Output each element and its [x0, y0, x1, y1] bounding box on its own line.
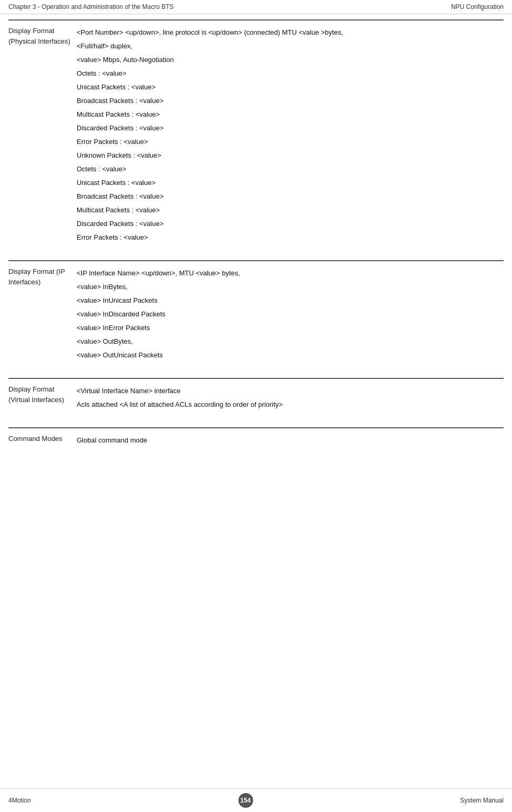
section-content-command-modes: Global command mode — [77, 434, 504, 447]
content-line: Broadcast Packets : <value> — [77, 94, 504, 108]
section-label-display-format-physical: Display Format (Physical Interfaces) — [8, 26, 77, 244]
section-label-display-format-virtual: Display Format (Virtual Interfaces) — [8, 384, 77, 412]
content-line: <value> InBytes, — [77, 280, 504, 294]
content-line: Discarded Packets : <value> — [77, 121, 504, 135]
section-display-format-physical: Display Format (Physical Interfaces)<Por… — [8, 19, 504, 244]
section-content-display-format-physical: <Port Number> <up/down>, line protocol i… — [77, 26, 504, 244]
content-line: <Port Number> <up/down>, line protocol i… — [77, 26, 504, 39]
content-line: <value> OutBytes, — [77, 335, 504, 348]
section-content-display-format-ip: <IP Interface Name> <up/down>, MTU <valu… — [77, 266, 504, 362]
section-label-command-modes: Command Modes — [8, 434, 77, 447]
content-line: <value> OutUnicast Packets — [77, 348, 504, 362]
content-line: <value> InUnicast Packets — [77, 294, 504, 307]
content-line: Octets : <value> — [77, 67, 504, 80]
content-line: <value> InDiscarded Packets — [77, 307, 504, 321]
content-line: Acls attached <A list of attached ACLs a… — [77, 398, 504, 412]
content-line: Unknown Packets : <value> — [77, 149, 504, 162]
content-line: Multicast Packets : <value> — [77, 203, 504, 217]
sections-container: Display Format (Physical Interfaces)<Por… — [8, 19, 504, 447]
content-line: <value> Mbps, Auto-Negotiation — [77, 53, 504, 67]
section-label-display-format-ip: Display Format (IP Interfaces) — [8, 266, 77, 362]
page-footer: 4Motion 154 System Manual — [0, 788, 512, 812]
section-content-display-format-virtual: <Virtual Interface Name> interfaceAcls a… — [77, 384, 504, 412]
content-line: Error Packets : <value> — [77, 135, 504, 149]
header-left: Chapter 3 - Operation and Administration… — [8, 3, 174, 11]
header-right: NPU Configuration — [451, 3, 504, 11]
content-line: <value> InError Packets — [77, 321, 504, 335]
content-line: Multicast Packets : <value> — [77, 108, 504, 121]
content-line: <Full/half> duplex, — [77, 39, 504, 53]
section-command-modes: Command ModesGlobal command mode — [8, 427, 504, 447]
content-line: <IP Interface Name> <up/down>, MTU <valu… — [77, 266, 504, 280]
content-line: Error Packets : <value> — [77, 231, 504, 244]
footer-right: System Manual — [460, 797, 504, 804]
content-line: Broadcast Packets : <value> — [77, 190, 504, 203]
content-line: Unicast Packets : <value> — [77, 176, 504, 190]
content-line: Octets : <value> — [77, 162, 504, 176]
page-header: Chapter 3 - Operation and Administration… — [0, 0, 512, 14]
footer-left: 4Motion — [8, 797, 31, 804]
content-line: <Virtual Interface Name> interface — [77, 384, 504, 398]
content-line: Global command mode — [77, 434, 504, 447]
section-display-format-virtual: Display Format (Virtual Interfaces)<Virt… — [8, 378, 504, 412]
content-line: Unicast Packets : <value> — [77, 80, 504, 94]
main-content: Display Format (Physical Interfaces)<Por… — [0, 14, 512, 495]
content-line: Discarded Packets : <value> — [77, 217, 504, 231]
section-display-format-ip: Display Format (IP Interfaces)<IP Interf… — [8, 260, 504, 362]
page-number: 154 — [238, 793, 253, 808]
